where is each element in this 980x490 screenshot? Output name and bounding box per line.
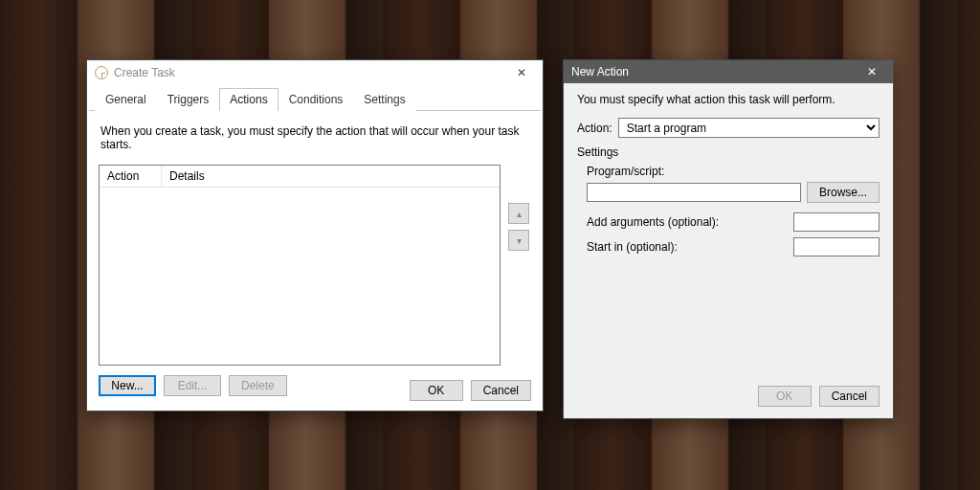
cancel-button[interactable]: Cancel — [819, 386, 880, 407]
dialog-body: You must specify what action this task w… — [564, 83, 893, 272]
new-action-dialog: New Action ✕ You must specify what actio… — [563, 59, 894, 419]
browse-button[interactable]: Browse... — [807, 182, 880, 203]
chevron-down-icon: ▾ — [517, 235, 522, 246]
add-arguments-label: Add arguments (optional): — [587, 215, 719, 229]
listbox-header: Action Details — [100, 166, 500, 188]
titlebar[interactable]: New Action ✕ — [564, 60, 893, 83]
create-task-dialog: Create Task ✕ General Triggers Actions C… — [86, 59, 544, 412]
panel-description: When you create a task, you must specify… — [100, 124, 529, 151]
close-button[interactable]: ✕ — [857, 61, 887, 82]
task-scheduler-icon — [95, 66, 108, 79]
actions-listbox[interactable]: Action Details — [99, 165, 501, 366]
delete-button[interactable]: Delete — [229, 375, 287, 396]
tab-triggers[interactable]: Triggers — [157, 88, 220, 111]
tab-conditions[interactable]: Conditions — [278, 88, 354, 111]
move-down-button[interactable]: ▾ — [508, 230, 529, 251]
chevron-up-icon: ▴ — [517, 209, 522, 219]
tab-settings[interactable]: Settings — [353, 88, 415, 111]
tab-general[interactable]: General — [95, 88, 157, 111]
close-button[interactable]: ✕ — [506, 62, 537, 83]
window-title: New Action — [571, 65, 857, 78]
start-in-label: Start in (optional): — [587, 240, 678, 254]
close-icon: ✕ — [517, 66, 526, 79]
actions-panel: When you create a task, you must specify… — [87, 111, 543, 406]
column-details[interactable]: Details — [162, 166, 500, 187]
action-combo[interactable]: Start a program — [618, 118, 880, 138]
ok-button[interactable]: OK — [758, 386, 812, 407]
window-title: Create Task — [114, 66, 506, 79]
instruction-text: You must specify what action this task w… — [577, 93, 880, 106]
tab-actions[interactable]: Actions — [219, 88, 278, 111]
new-button[interactable]: New... — [99, 375, 156, 396]
program-script-label: Program/script: — [587, 165, 880, 178]
close-icon: ✕ — [867, 65, 877, 78]
start-in-input[interactable] — [793, 237, 880, 256]
add-arguments-input[interactable] — [793, 212, 880, 232]
titlebar[interactable]: Create Task ✕ — [87, 60, 543, 85]
column-action[interactable]: Action — [100, 166, 162, 187]
ok-button[interactable]: OK — [410, 380, 463, 401]
program-script-input[interactable] — [587, 183, 801, 202]
action-label: Action: — [577, 122, 612, 135]
tab-strip: General Triggers Actions Conditions Sett… — [89, 85, 541, 111]
edit-button[interactable]: Edit... — [164, 375, 221, 396]
settings-group-label: Settings — [577, 145, 880, 159]
cancel-button[interactable]: Cancel — [471, 380, 531, 401]
move-up-button[interactable]: ▴ — [508, 203, 529, 224]
